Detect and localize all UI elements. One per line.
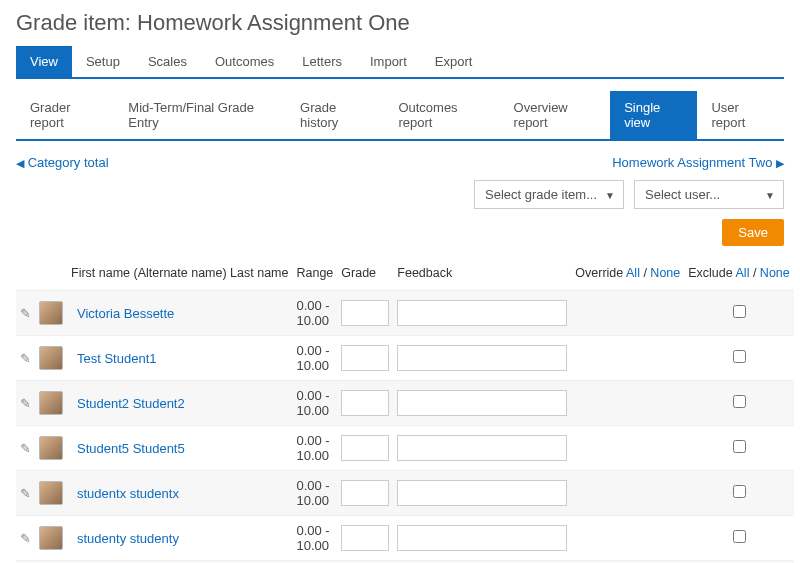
header-grade: Grade [337, 260, 393, 291]
override-cell [571, 336, 684, 381]
secondary-tab-single-view[interactable]: Single view [610, 91, 697, 139]
next-link[interactable]: Homework Assignment Two ▶ [612, 155, 784, 170]
primary-tab-import[interactable]: Import [356, 46, 421, 77]
avatar[interactable] [39, 301, 63, 325]
header-exclude: Exclude All / None [684, 260, 794, 291]
page-title: Grade item: Homework Assignment One [16, 10, 784, 36]
range-cell: 0.00 - 10.00 [292, 336, 337, 381]
table-row: ✎Test Student10.00 - 10.00 [16, 336, 794, 381]
override-none-link[interactable]: None [650, 266, 680, 280]
grade-item-select[interactable]: Select grade item... ▼ [474, 180, 624, 209]
override-cell [571, 516, 684, 561]
secondary-tab-overview-report[interactable]: Overview report [500, 91, 611, 139]
student-link[interactable]: Student5 Student5 [77, 441, 185, 456]
right-arrow-icon: ▶ [776, 157, 784, 169]
table-row: ✎studentx studentx0.00 - 10.00 [16, 471, 794, 516]
grade-input[interactable] [341, 300, 389, 326]
caret-down-icon: ▼ [765, 189, 775, 200]
primary-tab-scales[interactable]: Scales [134, 46, 201, 77]
primary-tab-export[interactable]: Export [421, 46, 487, 77]
grade-input[interactable] [341, 480, 389, 506]
primary-tab-view[interactable]: View [16, 46, 72, 77]
feedback-input[interactable] [397, 480, 567, 506]
range-cell: 0.00 - 10.00 [292, 291, 337, 336]
primary-tab-setup[interactable]: Setup [72, 46, 134, 77]
override-cell [571, 471, 684, 516]
secondary-tab-grader-report[interactable]: Grader report [16, 91, 114, 139]
avatar[interactable] [39, 526, 63, 550]
exclude-all-link[interactable]: All [736, 266, 750, 280]
table-row: ✎studenty studenty0.00 - 10.00 [16, 516, 794, 561]
secondary-tabs: Grader reportMid-Term/Final Grade EntryG… [16, 91, 784, 141]
range-cell: 0.00 - 10.00 [292, 381, 337, 426]
edit-icon[interactable]: ✎ [20, 441, 31, 456]
grades-table: First name (Alternate name) Last name Ra… [16, 260, 794, 563]
secondary-tab-outcomes-report[interactable]: Outcomes report [384, 91, 499, 139]
override-cell [571, 291, 684, 336]
exclude-none-link[interactable]: None [760, 266, 790, 280]
feedback-input[interactable] [397, 390, 567, 416]
avatar[interactable] [39, 391, 63, 415]
grade-input[interactable] [341, 345, 389, 371]
avatar[interactable] [39, 481, 63, 505]
feedback-input[interactable] [397, 435, 567, 461]
grade-input[interactable] [341, 390, 389, 416]
avatar[interactable] [39, 346, 63, 370]
student-link[interactable]: studenty studenty [77, 531, 179, 546]
avatar[interactable] [39, 436, 63, 460]
save-button[interactable]: Save [722, 219, 784, 246]
exclude-checkbox[interactable] [733, 485, 746, 498]
user-select[interactable]: Select user... ▼ [634, 180, 784, 209]
student-link[interactable]: Test Student1 [77, 351, 157, 366]
range-cell: 0.00 - 10.00 [292, 516, 337, 561]
secondary-tab-user-report[interactable]: User report [697, 91, 784, 139]
edit-icon[interactable]: ✎ [20, 306, 31, 321]
table-row: ✎Victoria Bessette0.00 - 10.00 [16, 291, 794, 336]
caret-down-icon: ▼ [605, 189, 615, 200]
header-name: First name (Alternate name) Last name [67, 260, 292, 291]
override-cell [571, 426, 684, 471]
edit-icon[interactable]: ✎ [20, 486, 31, 501]
edit-icon[interactable]: ✎ [20, 351, 31, 366]
header-override: Override All / None [571, 260, 684, 291]
next-link-label: Homework Assignment Two [612, 155, 772, 170]
student-link[interactable]: Student2 Student2 [77, 396, 185, 411]
primary-tabs: ViewSetupScalesOutcomesLettersImportExpo… [16, 46, 784, 79]
feedback-input[interactable] [397, 345, 567, 371]
feedback-input[interactable] [397, 300, 567, 326]
edit-icon[interactable]: ✎ [20, 531, 31, 546]
prev-link-label: Category total [28, 155, 109, 170]
exclude-checkbox[interactable] [733, 440, 746, 453]
feedback-input[interactable] [397, 525, 567, 551]
secondary-tab-grade-history[interactable]: Grade history [286, 91, 384, 139]
user-select-label: Select user... [645, 187, 720, 202]
table-row: ✎Student2 Student20.00 - 10.00 [16, 381, 794, 426]
exclude-checkbox[interactable] [733, 350, 746, 363]
student-link[interactable]: studentx studentx [77, 486, 179, 501]
grade-input[interactable] [341, 435, 389, 461]
student-link[interactable]: Victoria Bessette [77, 306, 174, 321]
table-row: ✎Student5 Student50.00 - 10.00 [16, 426, 794, 471]
range-cell: 0.00 - 10.00 [292, 426, 337, 471]
header-range: Range [292, 260, 337, 291]
exclude-checkbox[interactable] [733, 530, 746, 543]
override-cell [571, 381, 684, 426]
exclude-checkbox[interactable] [733, 395, 746, 408]
override-all-link[interactable]: All [626, 266, 640, 280]
grade-input[interactable] [341, 525, 389, 551]
header-feedback: Feedback [393, 260, 571, 291]
grade-item-select-label: Select grade item... [485, 187, 597, 202]
primary-tab-outcomes[interactable]: Outcomes [201, 46, 288, 77]
left-arrow-icon: ◀ [16, 157, 24, 169]
secondary-tab-mid-term-final-grade-entry[interactable]: Mid-Term/Final Grade Entry [114, 91, 286, 139]
prev-link[interactable]: ◀ Category total [16, 155, 109, 170]
range-cell: 0.00 - 10.00 [292, 471, 337, 516]
primary-tab-letters[interactable]: Letters [288, 46, 356, 77]
exclude-checkbox[interactable] [733, 305, 746, 318]
edit-icon[interactable]: ✎ [20, 396, 31, 411]
